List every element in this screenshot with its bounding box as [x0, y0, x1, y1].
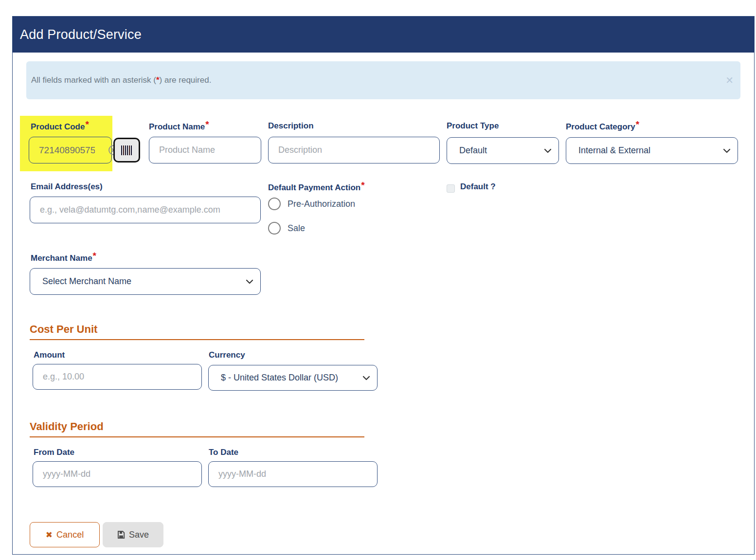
merchant-name-select[interactable]: Select Merchant Name — [30, 268, 261, 295]
page-title: Add Product/Service — [20, 27, 142, 42]
pre-authorization-radio[interactable] — [268, 198, 281, 210]
required-fields-alert: All fields marked with an asterisk (*) a… — [26, 61, 740, 99]
merchant-name-label: Merchant Name* — [31, 253, 96, 263]
add-product-card: Add Product/Service All fields marked wi… — [12, 16, 755, 555]
product-category-select[interactable]: Internal & External — [566, 137, 738, 164]
alert-text-after: ) are required. — [160, 75, 212, 85]
description-input[interactable] — [268, 137, 440, 163]
cost-per-unit-rule — [30, 339, 364, 340]
sale-radio[interactable] — [268, 222, 281, 235]
save-icon — [117, 531, 125, 539]
chevron-down-icon — [362, 376, 370, 380]
card-header: Add Product/Service — [13, 17, 754, 53]
chevron-down-icon — [246, 279, 253, 284]
save-button-label: Save — [129, 530, 149, 540]
cancel-button-label: Cancel — [56, 530, 84, 540]
alert-asterisk: * — [156, 75, 160, 85]
chevron-down-icon — [723, 148, 731, 153]
alert-text: All fields marked with an asterisk (*) a… — [31, 75, 211, 85]
from-date-label: From Date — [34, 448, 74, 457]
validity-period-heading: Validity Period — [30, 420, 104, 433]
sale-radio-label[interactable]: Sale — [288, 223, 305, 234]
cost-per-unit-heading: Cost Per Unit — [30, 323, 97, 336]
description-label: Description — [268, 121, 314, 131]
radio-option-pre-authorization: Pre-Authorization — [268, 198, 355, 210]
default-checkbox[interactable] — [447, 184, 455, 193]
product-code-input[interactable] — [29, 137, 112, 163]
email-input[interactable] — [30, 197, 261, 223]
cancel-x-icon: ✖ — [46, 530, 53, 540]
product-category-label: Product Category* — [566, 121, 639, 132]
product-code-label: Product Code* — [31, 121, 89, 132]
amount-input[interactable] — [33, 364, 202, 390]
barcode-icon — [121, 145, 133, 156]
close-icon[interactable]: ✕ — [725, 75, 734, 85]
currency-label: Currency — [209, 350, 245, 360]
cancel-button[interactable]: ✖ Cancel — [30, 522, 100, 547]
currency-select[interactable]: $ - United States Dollar (USD) — [208, 365, 378, 391]
pre-authorization-radio-label[interactable]: Pre-Authorization — [288, 199, 355, 209]
product-type-label: Product Type — [447, 121, 499, 131]
from-date-input[interactable] — [33, 461, 202, 487]
email-label: Email Address(es) — [31, 182, 103, 192]
save-button[interactable]: Save — [103, 522, 163, 547]
amount-label: Amount — [34, 350, 65, 360]
barcode-scan-button[interactable] — [113, 138, 140, 163]
validity-period-rule — [30, 436, 364, 437]
to-date-input[interactable] — [208, 461, 378, 487]
product-name-input[interactable] — [149, 137, 261, 163]
to-date-label: To Date — [209, 448, 238, 457]
product-name-label: Product Name* — [149, 121, 209, 132]
product-type-select[interactable]: Default — [447, 137, 559, 164]
radio-option-sale: Sale — [268, 222, 305, 235]
default-checkbox-label[interactable]: Default ? — [460, 182, 496, 192]
alert-text-before: All fields marked with an asterisk ( — [31, 75, 156, 85]
chevron-down-icon — [544, 148, 552, 153]
default-payment-action-label: Default Payment Action* — [268, 182, 365, 193]
